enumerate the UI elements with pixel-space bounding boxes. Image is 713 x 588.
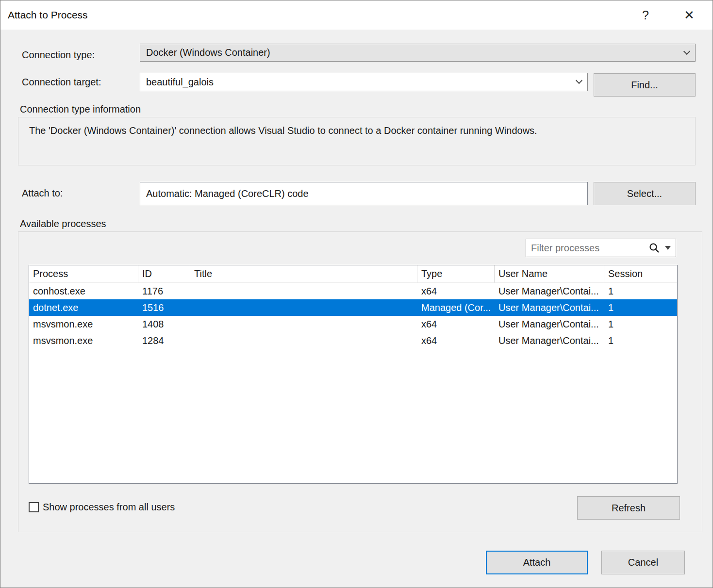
filter-processes-box: [526, 239, 676, 257]
process-table: Process ID Title Type User Name Session …: [29, 265, 678, 484]
titlebar: Attach to Process ? ✕: [0, 0, 713, 30]
table-row[interactable]: msvsmon.exe 1284 x64 User Manager\Contai…: [29, 332, 677, 349]
cell-session: 1: [604, 316, 677, 332]
column-header-username[interactable]: User Name: [495, 265, 604, 283]
refresh-button[interactable]: Refresh: [577, 496, 680, 520]
filter-dropdown-icon[interactable]: [665, 246, 671, 250]
cell-type: Managed (Cor...: [417, 299, 495, 316]
cell-session: 1: [604, 283, 677, 299]
close-icon: ✕: [684, 8, 695, 23]
cell-type: x64: [417, 332, 495, 349]
cell-id: 1176: [138, 283, 190, 299]
connection-target-combobox[interactable]: beautiful_galois: [140, 73, 588, 91]
connection-info-group: The 'Docker (Windows Container)' connect…: [18, 117, 696, 165]
connection-type-dropdown[interactable]: Docker (Windows Container): [140, 44, 696, 62]
chevron-down-icon: [576, 77, 582, 84]
cell-username: User Manager\Contai...: [495, 283, 604, 299]
connection-info-text: The 'Docker (Windows Container)' connect…: [18, 117, 695, 144]
filter-processes-input[interactable]: [531, 243, 644, 254]
cell-process: msvsmon.exe: [29, 316, 138, 332]
column-header-process[interactable]: Process: [29, 265, 138, 283]
table-row[interactable]: msvsmon.exe 1408 x64 User Manager\Contai…: [29, 316, 677, 332]
column-header-id[interactable]: ID: [138, 265, 190, 283]
cell-title: [190, 332, 417, 349]
cell-username: User Manager\Contai...: [495, 332, 604, 349]
cancel-button[interactable]: Cancel: [601, 551, 685, 574]
cell-type: x64: [417, 316, 495, 332]
select-button[interactable]: Select...: [594, 182, 696, 205]
cell-username: User Manager\Contai...: [495, 299, 604, 316]
table-row-selected[interactable]: dotnet.exe 1516 Managed (Cor... User Man…: [29, 299, 677, 316]
cell-type: x64: [417, 283, 495, 299]
chevron-down-icon: [683, 48, 690, 54]
attach-button[interactable]: Attach: [486, 551, 588, 574]
connection-type-label: Connection type:: [22, 49, 95, 61]
attach-to-value: Automatic: Managed (CoreCLR) code: [146, 188, 309, 199]
cell-username: User Manager\Contai...: [495, 316, 604, 332]
show-all-users-label[interactable]: Show processes from all users: [43, 502, 175, 513]
column-header-title[interactable]: Title: [190, 265, 417, 283]
cell-process: msvsmon.exe: [29, 332, 138, 349]
show-all-users-checkbox[interactable]: [29, 502, 39, 512]
cell-id: 1284: [138, 332, 190, 349]
column-header-type[interactable]: Type: [417, 265, 495, 283]
connection-info-label: Connection type information: [20, 104, 141, 115]
cell-id: 1516: [138, 299, 190, 316]
window-title: Attach to Process: [8, 9, 88, 21]
available-processes-group: Process ID Title Type User Name Session …: [18, 231, 702, 532]
connection-target-value: beautiful_galois: [146, 77, 214, 88]
cell-id: 1408: [138, 316, 190, 332]
cell-process: dotnet.exe: [29, 299, 138, 316]
cell-title: [190, 299, 417, 316]
close-button[interactable]: ✕: [679, 4, 700, 26]
attach-to-field[interactable]: Automatic: Managed (CoreCLR) code: [140, 182, 588, 205]
available-processes-label: Available processes: [20, 218, 106, 229]
attach-to-process-dialog: Attach to Process ? ✕ Connection type: D…: [0, 0, 713, 588]
process-table-header: Process ID Title Type User Name Session: [29, 265, 677, 283]
cell-process: conhost.exe: [29, 283, 138, 299]
connection-target-label: Connection target:: [22, 77, 101, 88]
cell-session: 1: [604, 332, 677, 349]
search-icon[interactable]: [648, 242, 660, 254]
cell-session: 1: [604, 299, 677, 316]
find-button[interactable]: Find...: [594, 73, 696, 97]
cell-title: [190, 283, 417, 299]
column-header-session[interactable]: Session: [604, 265, 677, 283]
help-button[interactable]: ?: [635, 4, 656, 26]
help-icon: ?: [642, 8, 649, 22]
attach-to-label: Attach to:: [22, 188, 63, 199]
table-row[interactable]: conhost.exe 1176 x64 User Manager\Contai…: [29, 283, 677, 299]
connection-type-value: Docker (Windows Container): [146, 47, 270, 58]
cell-title: [190, 316, 417, 332]
